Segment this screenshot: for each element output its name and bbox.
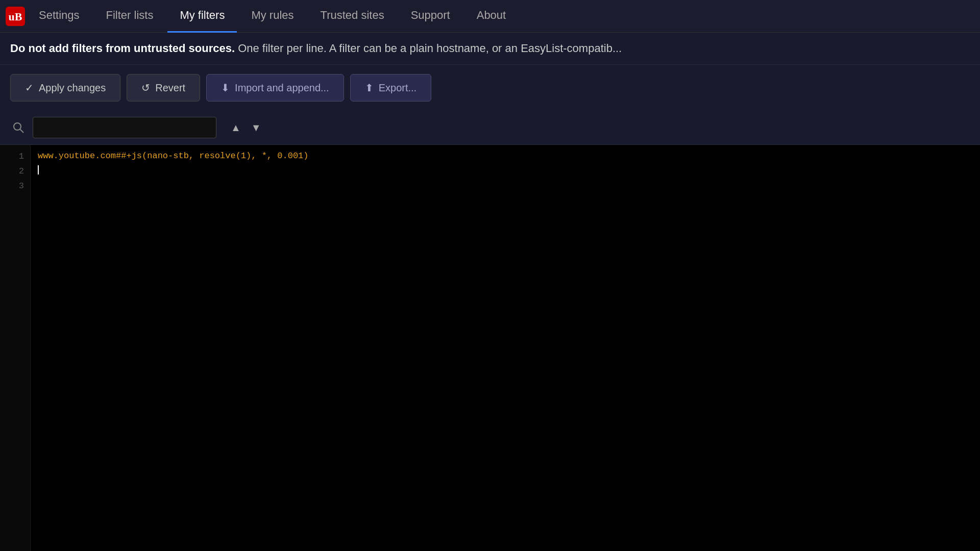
tab-about[interactable]: About (464, 0, 519, 33)
revert-label: Revert (155, 82, 185, 94)
line-number-2: 2 (19, 164, 24, 179)
tab-my-rules[interactable]: My rules (239, 0, 306, 33)
import-button[interactable]: Import and append... (206, 74, 344, 102)
export-button[interactable]: Export... (350, 74, 431, 102)
export-label: Export... (379, 82, 416, 94)
tab-trusted-sites[interactable]: Trusted sites (308, 0, 397, 33)
toolbar: Apply changes Revert Import and append..… (0, 65, 980, 111)
warning-rest: One filter per line. A filter can be a p… (235, 42, 622, 55)
apply-changes-label: Apply changes (39, 82, 106, 94)
warning-bold: Do not add filters from untrusted source… (10, 42, 235, 55)
revert-icon (141, 82, 150, 94)
app-logo: uB (4, 5, 27, 28)
tab-my-filters[interactable]: My filters (167, 0, 237, 33)
search-icon (10, 119, 27, 136)
search-up-arrow[interactable]: ▲ (227, 119, 245, 137)
tab-filter-lists[interactable]: Filter lists (94, 0, 166, 33)
search-down-arrow[interactable]: ▼ (247, 119, 265, 137)
import-icon (221, 82, 230, 94)
export-icon (365, 82, 374, 94)
editor: 1 2 3 www.youtube.com##+js(nano-stb, res… (0, 145, 980, 551)
search-nav-arrows: ▲ ▼ (227, 119, 265, 137)
tab-settings[interactable]: Settings (27, 0, 92, 33)
tab-support[interactable]: Support (399, 0, 462, 33)
editor-content[interactable]: www.youtube.com##+js(nano-stb, resolve(1… (31, 145, 980, 551)
search-area: ▲ ▼ (0, 111, 980, 145)
navbar: uB Settings Filter lists My filters My r… (0, 0, 980, 33)
import-label: Import and append... (235, 82, 329, 94)
svg-text:uB: uB (9, 10, 22, 23)
revert-button[interactable]: Revert (127, 74, 200, 102)
line-number-3: 3 (19, 179, 24, 193)
check-icon (25, 82, 34, 94)
text-cursor (38, 165, 39, 174)
line-number-1: 1 (19, 149, 24, 164)
line-numbers: 1 2 3 (0, 145, 31, 551)
nav-tabs: Settings Filter lists My filters My rule… (27, 0, 518, 32)
apply-changes-button[interactable]: Apply changes (10, 74, 120, 102)
code-line-3 (38, 177, 980, 190)
code-text-1: www.youtube.com##+js(nano-stb, resolve(1… (38, 149, 309, 163)
warning-banner: Do not add filters from untrusted source… (0, 33, 980, 65)
code-line-2 (38, 163, 980, 177)
svg-line-3 (20, 130, 24, 133)
svg-point-2 (14, 123, 21, 130)
search-input[interactable] (33, 117, 216, 138)
code-line-1: www.youtube.com##+js(nano-stb, resolve(1… (38, 149, 980, 163)
